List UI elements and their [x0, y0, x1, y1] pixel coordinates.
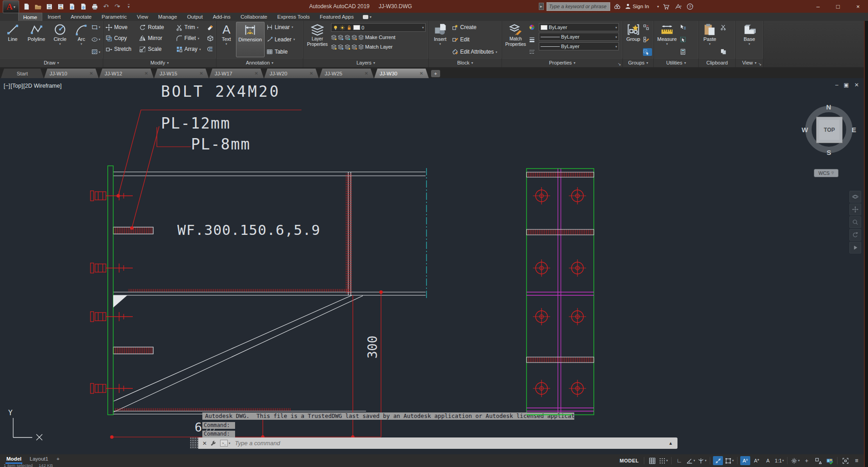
- close-icon[interactable]: ✕: [202, 440, 207, 447]
- command-line-grip[interactable]: [190, 437, 198, 449]
- copy-button[interactable]: Copy: [105, 33, 138, 44]
- dialog-launcher-icon[interactable]: ↘: [617, 62, 621, 66]
- panel-label-layers[interactable]: Layers▾: [303, 58, 428, 67]
- layout-tab-model[interactable]: Model: [5, 454, 22, 464]
- file-tab-start[interactable]: Start: [1, 69, 44, 78]
- hardware-acceleration-button[interactable]: [824, 456, 834, 465]
- measure-button[interactable]: Measure▾: [655, 22, 679, 57]
- orbit-icon[interactable]: [849, 229, 861, 241]
- mirror-button[interactable]: Mirror: [138, 33, 175, 44]
- explode-button[interactable]: [206, 33, 215, 44]
- maximize-button[interactable]: □: [828, 0, 848, 13]
- linetype-dropdown[interactable]: ByLayer ▾: [539, 42, 619, 50]
- command-line-bar[interactable]: ✕ >_▾ ▲: [190, 437, 677, 449]
- tab-parametric[interactable]: Parametric: [97, 13, 132, 21]
- layout-tab-layout1[interactable]: Layout1: [29, 454, 49, 462]
- app-store-button[interactable]: [662, 2, 671, 11]
- tab-manage[interactable]: Manage: [154, 13, 182, 21]
- table-button[interactable]: Table: [266, 48, 301, 56]
- copy-clip-icon[interactable]: [720, 48, 730, 56]
- viewcube-west[interactable]: W: [802, 126, 808, 134]
- tab-view[interactable]: View: [132, 13, 153, 21]
- scale-button[interactable]: Scale: [138, 44, 175, 55]
- cut-icon[interactable]: [720, 23, 730, 31]
- calculator-icon[interactable]: [680, 48, 691, 56]
- model-space-toggle[interactable]: MODEL: [617, 456, 641, 465]
- viewcube-north[interactable]: N: [826, 103, 831, 111]
- autodesk-account-button[interactable]: ▾: [673, 2, 682, 11]
- object-snap-tracking-toggle[interactable]: [713, 456, 723, 465]
- full-navigation-wheel-icon[interactable]: [849, 191, 861, 203]
- fillet-button[interactable]: Fillet▾: [175, 33, 206, 44]
- file-tab-jj-w30-active[interactable]: JJ-W30✕: [374, 69, 429, 78]
- tab-add-ins[interactable]: Add-ins: [208, 13, 235, 21]
- isometric-drafting-toggle[interactable]: ▾: [697, 456, 707, 465]
- file-tab-jj-w12[interactable]: JJ-W12✕: [99, 69, 154, 78]
- grid-display-toggle[interactable]: [647, 456, 657, 465]
- recent-commands-button[interactable]: >_▾: [220, 440, 231, 447]
- help-button[interactable]: ▾: [685, 2, 694, 11]
- panel-label-modify[interactable]: Modify▾: [103, 58, 216, 67]
- tab-insert[interactable]: Insert: [43, 13, 65, 21]
- match-layer-button[interactable]: Match Layer: [331, 42, 426, 51]
- annotation-scale-button[interactable]: A: [763, 456, 773, 465]
- paste-button[interactable]: Paste▾: [700, 22, 719, 57]
- file-tab-jj-w17[interactable]: JJ-W17✕: [209, 69, 264, 78]
- pan-icon[interactable]: [849, 204, 861, 215]
- open-button[interactable]: [33, 2, 42, 11]
- object-color-dropdown[interactable]: ByLayer ▾: [539, 23, 619, 31]
- tab-featured-apps[interactable]: Featured Apps: [315, 13, 358, 21]
- close-tab-icon[interactable]: ✕: [420, 71, 423, 76]
- viewport-view-control[interactable]: [Top]: [10, 83, 23, 89]
- base-view-button[interactable]: Base▾: [739, 22, 760, 57]
- undo-button[interactable]: ↶▾: [101, 2, 110, 11]
- tab-annotate[interactable]: Annotate: [66, 13, 96, 21]
- customization-button[interactable]: ＋: [802, 456, 812, 465]
- insert-block-button[interactable]: Insert▾: [430, 22, 450, 57]
- viewcube-south[interactable]: S: [827, 149, 831, 156]
- save-button[interactable]: [45, 2, 54, 11]
- make-current-button[interactable]: Make Current: [331, 33, 426, 41]
- current-scale-dropdown[interactable]: 1:1▾: [774, 456, 784, 465]
- quick-select-icon[interactable]: [680, 23, 691, 31]
- clean-screen-button[interactable]: [840, 456, 850, 465]
- panel-label-properties[interactable]: Properties▾↘: [502, 58, 622, 67]
- ellipse-tool-button[interactable]: ▾: [91, 35, 100, 43]
- help-search-input[interactable]: [547, 2, 610, 11]
- panel-label-view[interactable]: View▾↘: [736, 58, 763, 67]
- tab-collaborate[interactable]: Collaborate: [236, 13, 272, 21]
- search-expand-icon[interactable]: ▸: [539, 3, 544, 10]
- leader-button[interactable]: Leader▾: [266, 35, 301, 43]
- annotation-autoscale-toggle[interactable]: A*: [752, 456, 762, 465]
- layer-select-dropdown[interactable]: 0 ▾: [331, 23, 426, 32]
- wcs-dropdown[interactable]: WCS▽: [814, 169, 838, 177]
- ortho-mode-toggle[interactable]: ∟: [674, 456, 684, 465]
- panel-label-clipboard[interactable]: Clipboard: [699, 58, 735, 67]
- save-as-button[interactable]: [56, 2, 65, 11]
- group-selection-toggle-icon[interactable]: [643, 48, 652, 56]
- linetype-icon[interactable]: [529, 48, 538, 56]
- command-input[interactable]: [234, 439, 669, 447]
- edit-block-button[interactable]: Edit: [451, 35, 500, 43]
- viewcube-east[interactable]: E: [852, 126, 856, 134]
- match-properties-button[interactable]: Match Properties: [503, 22, 528, 57]
- sign-in-button[interactable]: Sign In ▾: [625, 3, 659, 10]
- close-tab-icon[interactable]: ✕: [145, 71, 148, 76]
- hatch-tool-button[interactable]: ▾: [91, 48, 100, 56]
- tab-express-tools[interactable]: Express Tools: [273, 13, 314, 21]
- search-button[interactable]: [613, 2, 622, 11]
- rotate-button[interactable]: Rotate: [138, 22, 175, 33]
- status-bar-menu-button[interactable]: ≡: [852, 456, 862, 465]
- group-button[interactable]: Group: [624, 22, 642, 57]
- isolate-objects-button[interactable]: [813, 456, 823, 465]
- close-button[interactable]: ×: [848, 0, 868, 13]
- snap-mode-toggle[interactable]: ▾: [658, 456, 668, 465]
- new-layout-button[interactable]: +: [55, 454, 60, 462]
- file-tab-jj-w10[interactable]: JJ-W10✕: [44, 69, 99, 78]
- panel-label-block[interactable]: Block▾: [429, 58, 502, 67]
- panel-label-groups[interactable]: Groups▾: [623, 58, 653, 67]
- offset-button[interactable]: [206, 44, 215, 55]
- drawing-restore-button[interactable]: ▣: [844, 82, 849, 88]
- dimension-button[interactable]: Dimension: [236, 22, 265, 57]
- file-tab-jj-w25[interactable]: JJ-W25✕: [319, 69, 374, 78]
